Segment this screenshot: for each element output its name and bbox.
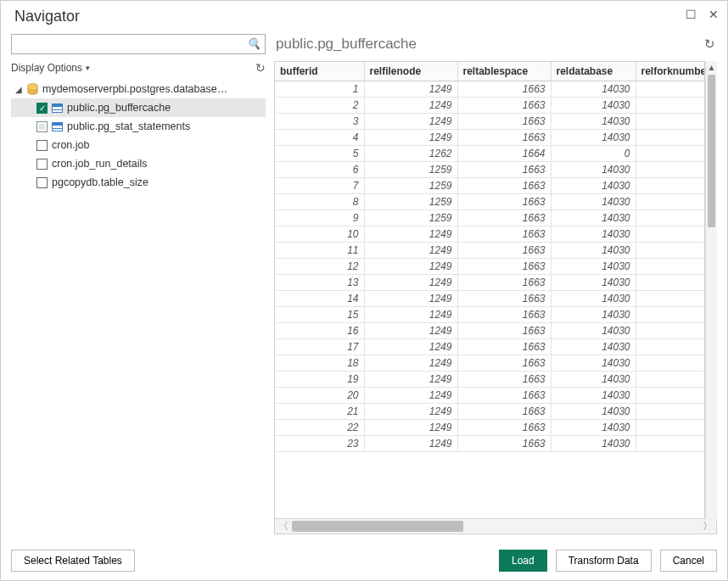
table-row[interactable]: 1212491663140300: [275, 259, 705, 275]
close-icon[interactable]: ✕: [708, 8, 719, 21]
table-row[interactable]: 2012491663140300: [275, 388, 705, 404]
table-cell: 1663: [457, 339, 551, 355]
tree-root[interactable]: ◢ mydemoserverpbi.postgres.database.azur…: [11, 80, 266, 98]
table-row[interactable]: 1812491663140300: [275, 355, 705, 372]
table-cell: 22: [275, 420, 364, 436]
table-cell: 1249: [364, 420, 457, 436]
tree-item[interactable]: cron.job: [11, 136, 266, 154]
table-cell: 1663: [457, 388, 551, 404]
table-row[interactable]: 1912491663140300: [275, 372, 705, 388]
table-cell: 1: [275, 81, 364, 98]
table-cell: [636, 130, 705, 146]
data-grid[interactable]: bufferidrelfilenodereltablespacereldatab…: [274, 61, 705, 519]
table-row[interactable]: 312491663140300: [275, 114, 705, 130]
column-header[interactable]: reldatabase: [551, 62, 636, 81]
table-cell: 1663: [457, 243, 551, 259]
table-cell: [636, 210, 705, 226]
table-cell: 14030: [551, 98, 636, 114]
display-options-label: Display Options: [11, 62, 82, 74]
transform-data-button[interactable]: Transform Data: [556, 550, 652, 572]
table-row[interactable]: 1012491663140300: [275, 226, 705, 243]
table-row[interactable]: 712591663140300: [275, 178, 705, 194]
caret-down-icon[interactable]: ◢: [14, 85, 23, 94]
table-cell: 13: [275, 275, 364, 291]
table-cell: 14030: [551, 291, 636, 307]
table-cell: 1663: [457, 307, 551, 323]
table-cell: 1249: [364, 114, 457, 130]
table-cell: [636, 291, 705, 307]
table-cell: 1663: [457, 81, 551, 98]
table-cell: [636, 178, 705, 194]
table-cell: 14030: [551, 243, 636, 259]
table-cell: 14030: [551, 210, 636, 226]
checkbox[interactable]: [36, 140, 48, 151]
nav-tree: ◢ mydemoserverpbi.postgres.database.azur…: [11, 80, 266, 192]
table-cell: 10: [275, 226, 364, 243]
select-related-tables-button[interactable]: Select Related Tables: [11, 550, 135, 572]
table-row[interactable]: 2212491663140300: [275, 420, 705, 436]
load-button[interactable]: Load: [499, 550, 547, 572]
checkbox[interactable]: [36, 177, 48, 188]
tree-item-label: public.pg_buffercache: [67, 102, 171, 114]
table-row[interactable]: 1112491663140300: [275, 243, 705, 259]
tree-item[interactable]: public.pg_stat_statements: [11, 117, 266, 136]
table-row[interactable]: 812591663140300: [275, 194, 705, 210]
table-row[interactable]: 51262166400: [275, 146, 705, 162]
column-header[interactable]: relfilenode: [364, 62, 457, 81]
table-cell: [636, 226, 705, 243]
refresh-tree-icon[interactable]: ↻: [255, 61, 266, 75]
table-cell: 14030: [551, 323, 636, 339]
table-cell: 14030: [551, 130, 636, 146]
checkbox[interactable]: [36, 121, 48, 132]
table-row[interactable]: 1412491663140300: [275, 291, 705, 307]
tree-item[interactable]: ✓public.pg_buffercache: [11, 98, 266, 117]
table-cell: 7: [275, 178, 364, 194]
table-row[interactable]: 212491663140302: [275, 98, 705, 114]
table-cell: 12: [275, 259, 364, 275]
table-cell: 6: [275, 162, 364, 178]
preview-refresh-icon[interactable]: ↻: [704, 36, 715, 52]
table-cell: 1249: [364, 243, 457, 259]
table-cell: 1249: [364, 259, 457, 275]
table-row[interactable]: 2112491663140300: [275, 404, 705, 420]
table-row[interactable]: 1312491663140300: [275, 275, 705, 291]
checkbox[interactable]: [36, 159, 48, 170]
table-cell: 2: [275, 98, 364, 114]
column-header[interactable]: bufferid: [275, 62, 364, 81]
table-row[interactable]: 2312491663140300: [275, 436, 705, 452]
table-row[interactable]: 912591663140300: [275, 210, 705, 226]
column-header[interactable]: reltablespace: [457, 62, 551, 81]
table-cell: [636, 307, 705, 323]
table-cell: 9: [275, 210, 364, 226]
vertical-scrollbar[interactable]: ▲: [705, 61, 717, 519]
horizontal-scrollbar[interactable]: 〈 〉: [274, 519, 717, 534]
search-icon[interactable]: 🔍: [247, 37, 260, 50]
table-cell: 14030: [551, 259, 636, 275]
table-row[interactable]: 612591663140300: [275, 162, 705, 178]
maximize-icon[interactable]: ☐: [686, 8, 697, 21]
scroll-thumb-horizontal[interactable]: [292, 521, 463, 532]
scroll-left-icon[interactable]: 〈: [275, 519, 292, 534]
scroll-right-icon[interactable]: 〉: [699, 519, 716, 534]
checkbox[interactable]: ✓: [36, 103, 48, 114]
table-cell: 1249: [364, 307, 457, 323]
display-options-dropdown[interactable]: Display Options ▾: [11, 62, 90, 74]
table-cell: 1663: [457, 291, 551, 307]
scroll-thumb-vertical[interactable]: [708, 75, 715, 227]
column-header[interactable]: relforknumber: [636, 62, 705, 81]
scroll-up-icon[interactable]: ▲: [706, 63, 717, 72]
table-row[interactable]: 1512491663140300: [275, 307, 705, 323]
search-input[interactable]: [11, 34, 266, 54]
cancel-button[interactable]: Cancel: [660, 550, 717, 572]
table-row[interactable]: 112491663140300: [275, 81, 705, 98]
table-cell: [636, 162, 705, 178]
table-row[interactable]: 1612491663140300: [275, 323, 705, 339]
tree-item[interactable]: pgcopydb.table_size: [11, 173, 266, 192]
table-row[interactable]: 1712491663140300: [275, 339, 705, 355]
table-cell: 14030: [551, 114, 636, 130]
table-cell: 1249: [364, 323, 457, 339]
table-cell: 0: [551, 146, 636, 162]
tree-item[interactable]: cron.job_run_details: [11, 154, 266, 173]
chevron-down-icon: ▾: [86, 64, 90, 72]
table-row[interactable]: 412491663140300: [275, 130, 705, 146]
